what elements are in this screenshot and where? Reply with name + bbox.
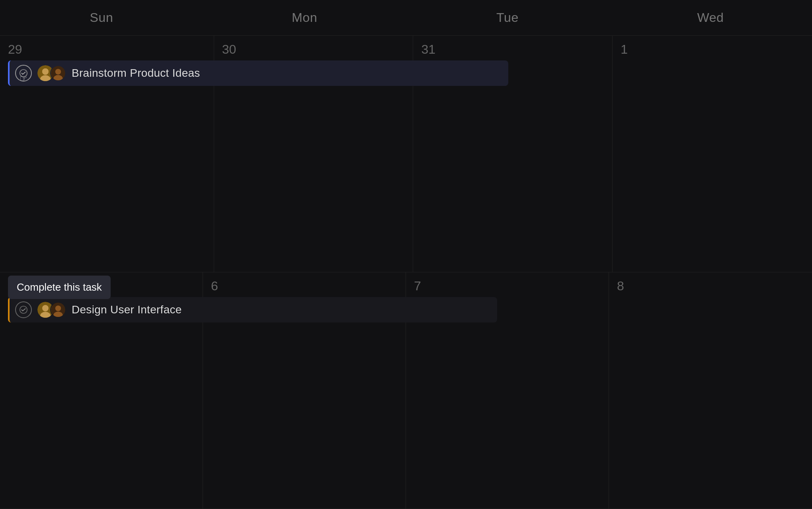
day-cell-8: 8 <box>609 272 812 509</box>
header-mon: Mon <box>203 0 406 35</box>
calendar-body: 29 ☞ <box>0 36 812 509</box>
task-label-design: Design User Interface <box>72 303 182 316</box>
header-sun: Sun <box>0 0 203 35</box>
day-number-6: 6 <box>211 280 398 292</box>
complete-design-button[interactable] <box>15 301 32 318</box>
header-wed: Wed <box>609 0 812 35</box>
task-avatars-2 <box>37 302 66 318</box>
day-number-7: 7 <box>414 280 601 292</box>
svg-point-6 <box>55 69 61 74</box>
checkmark-icon-2 <box>19 305 28 314</box>
calendar-view: Sun Mon Tue Wed 29 <box>0 0 812 509</box>
header-tue: Tue <box>406 0 609 35</box>
avatar-2 <box>50 65 66 81</box>
day-number-29: 29 <box>8 43 206 56</box>
day-number-1: 1 <box>621 43 804 56</box>
day-number-30: 30 <box>222 43 405 56</box>
checkmark-icon <box>19 69 28 78</box>
svg-point-4 <box>42 68 49 75</box>
task-event-design[interactable]: Design User Interface <box>8 297 497 322</box>
avatar-4 <box>50 302 66 318</box>
week-row-1: 29 ☞ <box>0 36 812 272</box>
svg-point-13 <box>55 305 61 311</box>
calendar-header: Sun Mon Tue Wed <box>0 0 812 36</box>
day-number-31: 31 <box>421 43 604 56</box>
day-cell-1: 1 <box>613 36 812 272</box>
day-cell-5: 5 <box>0 272 203 509</box>
day-number-5: 5 <box>8 280 195 292</box>
task-event-brainstorm[interactable]: ☞ <box>8 60 508 86</box>
day-cell-29: 29 ☞ <box>0 36 214 272</box>
svg-point-10 <box>42 305 49 311</box>
day-number-8: 8 <box>617 280 804 292</box>
complete-task-button[interactable]: ☞ <box>15 65 32 82</box>
task-label-brainstorm: Brainstorm Product Ideas <box>72 67 200 80</box>
task-avatars <box>37 65 66 81</box>
week-row-2: 5 <box>0 272 812 509</box>
